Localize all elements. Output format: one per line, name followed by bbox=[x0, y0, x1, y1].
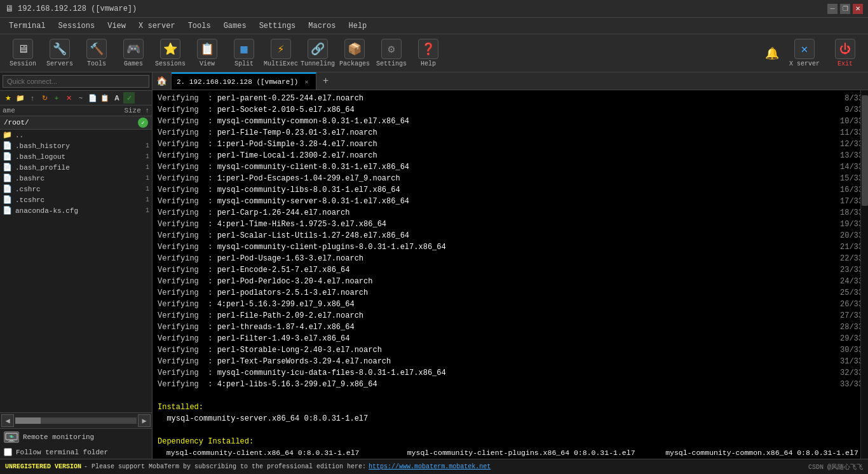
toolbar-help[interactable]: ❓ Help bbox=[410, 37, 446, 70]
remote-monitoring[interactable]: Remote monitoring bbox=[0, 429, 152, 445]
terminal-line: Verifying : mysql-community-libs-8.0.31-… bbox=[158, 184, 863, 196]
remote-monitoring-label: Remote monitoring bbox=[23, 433, 94, 441]
toolbar-sessions[interactable]: ⭐ Sessions bbox=[153, 37, 188, 70]
sidebar-star-btn[interactable]: ★ bbox=[3, 92, 14, 104]
terminal-scrollbar-thumb bbox=[862, 95, 868, 206]
file-name: .bash_history bbox=[15, 142, 115, 150]
menu-games[interactable]: Games bbox=[217, 18, 253, 34]
menu-settings[interactable]: Settings bbox=[253, 18, 302, 34]
sidebar-tool8-btn[interactable]: 📋 bbox=[99, 92, 111, 104]
toolbar-exit[interactable]: ⏻ Exit bbox=[827, 37, 863, 70]
restore-button[interactable]: ❐ bbox=[840, 4, 850, 14]
sidebar-tool-check-btn[interactable]: ✓ bbox=[123, 92, 135, 104]
tab-label: 2. 192.168.192.128 ([vmware]) bbox=[177, 78, 298, 86]
sidebar-letter-a-btn[interactable]: A bbox=[111, 92, 123, 104]
tab-home-button[interactable]: 🏠 bbox=[153, 72, 172, 90]
file-name: .. bbox=[15, 132, 115, 139]
toolbar-servers-label: Servers bbox=[46, 60, 73, 67]
terminal-line: Verifying : perl-Scalar-List-Utils-1.27-… bbox=[158, 230, 863, 241]
notification-icon[interactable]: 🔔 bbox=[763, 46, 782, 60]
col-size-header: Size ↑ bbox=[118, 107, 149, 114]
sidebar-tool6-btn[interactable]: ~ bbox=[75, 92, 86, 104]
quick-connect-input[interactable] bbox=[3, 75, 149, 88]
follow-terminal-checkbox[interactable] bbox=[4, 448, 12, 456]
path-text: /root/ bbox=[4, 119, 135, 126]
terminal-line: Verifying : perl-threads-1.87-4.el7.x86_… bbox=[158, 322, 863, 333]
list-item[interactable]: 📄 anaconda-ks.cfg 1 bbox=[0, 205, 152, 216]
toolbar-session[interactable]: 🖥 Session bbox=[5, 37, 41, 70]
file-size: 1 bbox=[118, 164, 149, 171]
scroll-left-arrow[interactable]: ◀ bbox=[1, 414, 14, 427]
terminal-content[interactable]: Verifying : perl-parent-0.225-244.el7.no… bbox=[153, 90, 868, 459]
file-size: 1 bbox=[118, 153, 149, 160]
status-link[interactable]: https://www.mobaterm.mobatek.net bbox=[369, 463, 491, 470]
list-item[interactable]: 📄 .bash_profile 1 bbox=[0, 162, 152, 173]
sidebar-tool7-btn[interactable]: 📄 bbox=[87, 92, 98, 104]
toolbar-xserver[interactable]: ✕ X server bbox=[787, 37, 822, 70]
list-item[interactable]: 📄 .bashrc 1 bbox=[0, 173, 152, 184]
toolbar-multiexec[interactable]: ⚡ MultiExec bbox=[263, 37, 299, 70]
status-msg: - Please support MobaTerm by subscribing… bbox=[84, 463, 366, 470]
scroll-track[interactable] bbox=[15, 417, 137, 424]
file-icon: 📄 bbox=[3, 195, 13, 205]
menu-tools[interactable]: Tools bbox=[182, 18, 217, 34]
toolbar-view-label: View bbox=[200, 60, 215, 67]
toolbar-packages[interactable]: 📦 Packages bbox=[337, 37, 372, 70]
sidebar-new-btn[interactable]: + bbox=[51, 92, 62, 104]
list-item[interactable]: 📄 .cshrc 1 bbox=[0, 184, 152, 194]
title-bar-left: 🖥 192.168.192.128 ([vmware]) bbox=[5, 4, 137, 14]
menu-view[interactable]: View bbox=[101, 18, 132, 34]
toolbar-settings[interactable]: ⚙ Settings bbox=[374, 37, 409, 70]
minimize-button[interactable]: ─ bbox=[827, 4, 837, 14]
file-size: 1 bbox=[118, 186, 149, 193]
list-item[interactable]: 📄 .bash_logout 1 bbox=[0, 151, 152, 162]
toolbar-split[interactable]: ▦ Split bbox=[226, 37, 262, 70]
toolbar-xserver-label: X server bbox=[789, 60, 820, 67]
terminal-line: Verifying : 4:perl-5.16.3-299.el7_9.x86_… bbox=[158, 299, 863, 310]
toolbar-tools[interactable]: 🔨 Tools bbox=[79, 37, 114, 70]
current-path: /root/ ✓ bbox=[0, 116, 152, 130]
quick-connect-area bbox=[0, 72, 152, 91]
title-bar: 🖥 192.168.192.128 ([vmware]) ─ ❐ ✕ bbox=[0, 0, 868, 18]
sidebar-scroll: ◀ ▶ bbox=[0, 412, 152, 429]
menu-xserver[interactable]: X server bbox=[132, 18, 182, 34]
file-icon: 📄 bbox=[3, 163, 13, 172]
terminal-line: Verifying : perl-File-Temp-0.23.01-3.el7… bbox=[158, 127, 863, 139]
toolbar-tunneling[interactable]: 🔗 Tunneling bbox=[300, 37, 336, 70]
toolbar-tunneling-label: Tunneling bbox=[301, 60, 335, 67]
sidebar-delete-btn[interactable]: ✕ bbox=[63, 92, 74, 104]
follow-terminal-label[interactable]: Follow terminal folder bbox=[16, 449, 108, 456]
sidebar-nav-up-btn[interactable]: ↑ bbox=[27, 92, 38, 104]
menu-terminal[interactable]: Terminal bbox=[3, 18, 52, 34]
terminal-line: Verifying : perl-Time-Local-1.2300-2.el7… bbox=[158, 150, 863, 161]
tab-add-button[interactable]: + bbox=[316, 72, 334, 90]
close-button[interactable]: ✕ bbox=[853, 4, 863, 14]
sidebar-folder-btn[interactable]: 📁 bbox=[15, 92, 26, 104]
file-size: 1 bbox=[118, 196, 149, 203]
follow-terminal[interactable]: Follow terminal folder bbox=[0, 445, 152, 459]
menu-help[interactable]: Help bbox=[342, 18, 374, 34]
toolbar-view[interactable]: 📋 View bbox=[189, 37, 225, 70]
sidebar-refresh-btn[interactable]: ↻ bbox=[39, 92, 50, 104]
menu-macros[interactable]: Macros bbox=[302, 18, 342, 34]
tab-bar: 🏠 2. 192.168.192.128 ([vmware]) ✕ + bbox=[153, 72, 868, 90]
scroll-thumb bbox=[15, 417, 41, 424]
menu-sessions[interactable]: Sessions bbox=[52, 18, 102, 34]
terminal-scrollbar[interactable] bbox=[860, 90, 868, 459]
list-item[interactable]: 📄 .bash_history 1 bbox=[0, 140, 152, 151]
tab-close-button[interactable]: ✕ bbox=[302, 78, 311, 86]
window-title: 192.168.192.128 ([vmware]) bbox=[18, 4, 137, 13]
title-bar-controls[interactable]: ─ ❐ ✕ bbox=[827, 4, 863, 14]
toolbar-servers[interactable]: 🔧 Servers bbox=[42, 37, 78, 70]
terminal-line: Verifying : perl-Pod-Usage-1.63-3.el7.no… bbox=[158, 253, 863, 264]
terminal-line: Verifying : perl-Storable-Long-2.40-3.el… bbox=[158, 344, 863, 356]
toolbar-tools-label: Tools bbox=[87, 60, 106, 67]
list-item[interactable]: 📄 .tcshrc 1 bbox=[0, 194, 152, 205]
scroll-right-arrow[interactable]: ▶ bbox=[138, 414, 151, 427]
list-item[interactable]: 📁 .. bbox=[0, 130, 152, 140]
terminal-line: Verifying : mysql-community-icu-data-fil… bbox=[158, 367, 863, 379]
terminal-line: Verifying : perl-Socket-2.010-5.el7.x86_… bbox=[158, 104, 863, 116]
unreg-label: UNREGISTERED VERSION bbox=[5, 463, 81, 470]
tab-vmware[interactable]: 2. 192.168.192.128 ([vmware]) ✕ bbox=[172, 72, 316, 90]
toolbar-games[interactable]: 🎮 Games bbox=[116, 37, 151, 70]
